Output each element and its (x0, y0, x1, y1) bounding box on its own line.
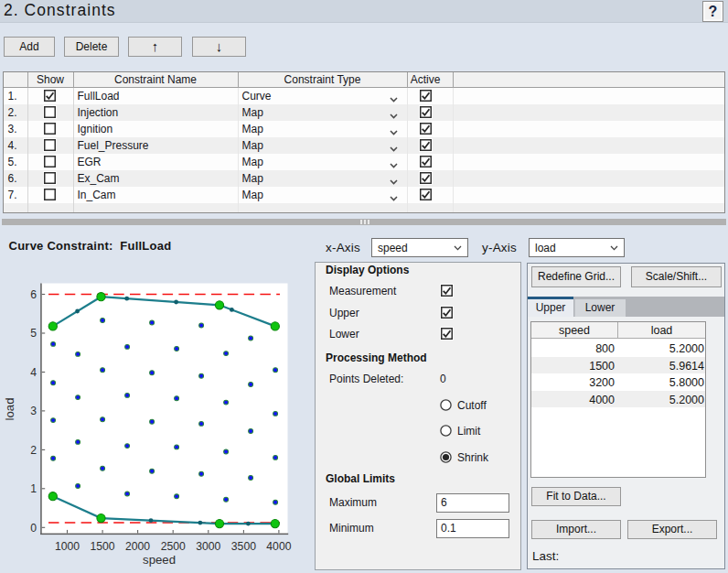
svg-text:1000: 1000 (55, 540, 80, 553)
svg-text:speed: speed (143, 553, 176, 567)
svg-text:3500: 3500 (231, 540, 256, 553)
svg-text:4000: 4000 (266, 540, 291, 553)
svg-text:load: load (3, 398, 16, 421)
svg-text:2: 2 (30, 444, 37, 457)
svg-text:4: 4 (30, 366, 37, 379)
svg-text:2000: 2000 (125, 540, 150, 553)
svg-text:1: 1 (30, 482, 37, 495)
svg-text:3: 3 (30, 405, 37, 417)
svg-text:5: 5 (30, 327, 37, 340)
svg-text:0: 0 (30, 522, 37, 535)
svg-text:3000: 3000 (196, 540, 220, 553)
svg-text:2500: 2500 (161, 540, 186, 553)
svg-text:6: 6 (30, 288, 37, 301)
svg-text:1500: 1500 (91, 540, 115, 553)
